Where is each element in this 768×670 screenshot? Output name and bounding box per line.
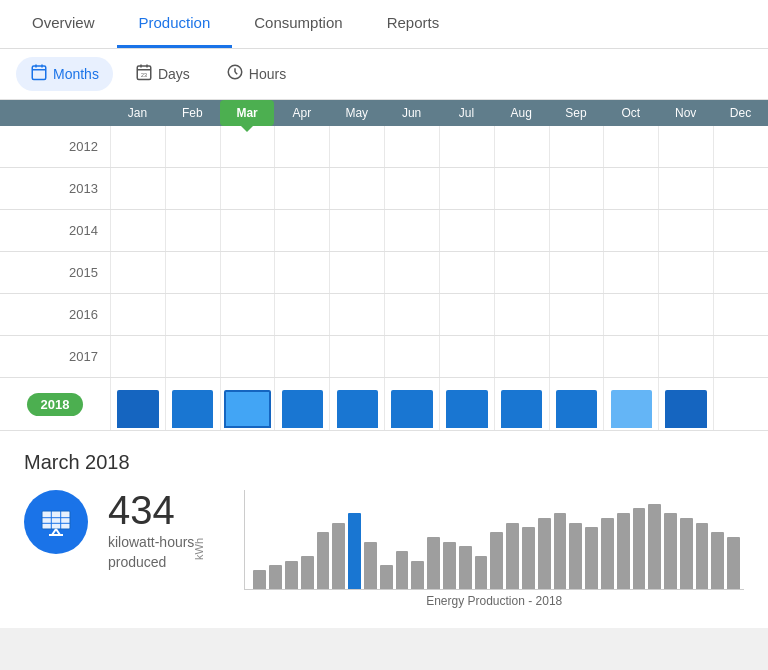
year-cell-2014-nov[interactable] (658, 210, 713, 251)
year-cell-2014-sep[interactable] (549, 210, 604, 251)
bar-cell-aug[interactable] (494, 378, 549, 430)
year-cell-2017-mar[interactable] (220, 336, 275, 377)
year-cell-2013-apr[interactable] (274, 168, 329, 209)
bar-cell-mar[interactable] (220, 378, 275, 430)
hours-button[interactable]: Hours (212, 57, 300, 91)
year-cell-2015-apr[interactable] (274, 252, 329, 293)
year-cell-2015-sep[interactable] (549, 252, 604, 293)
tab-consumption[interactable]: Consumption (232, 0, 364, 48)
year-cell-2014-jul[interactable] (439, 210, 494, 251)
year-cell-2016-oct[interactable] (603, 294, 658, 335)
year-cell-2017-jul[interactable] (439, 336, 494, 377)
year-cell-2016-aug[interactable] (494, 294, 549, 335)
year-cell-2012-feb[interactable] (165, 126, 220, 167)
year-cell-2017-may[interactable] (329, 336, 384, 377)
year-cell-2017-dec[interactable] (713, 336, 768, 377)
bar-cell-jan[interactable] (110, 378, 165, 430)
year-cell-2015-jun[interactable] (384, 252, 439, 293)
year-cell-2015-mar[interactable] (220, 252, 275, 293)
year-cell-2014-jun[interactable] (384, 210, 439, 251)
month-header-dec[interactable]: Dec (713, 100, 768, 126)
year-cell-2013-jul[interactable] (439, 168, 494, 209)
bar-cell-dec[interactable] (713, 378, 768, 430)
year-cell-2012-may[interactable] (329, 126, 384, 167)
year-cell-2014-jan[interactable] (110, 210, 165, 251)
year-cell-2014-dec[interactable] (713, 210, 768, 251)
bar-cell-jun[interactable] (384, 378, 439, 430)
year-cell-2017-jan[interactable] (110, 336, 165, 377)
tab-overview[interactable]: Overview (10, 0, 117, 48)
year-cell-2013-mar[interactable] (220, 168, 275, 209)
month-header-jun[interactable]: Jun (384, 100, 439, 126)
year-cell-2012-mar[interactable] (220, 126, 275, 167)
bar-cell-may[interactable] (329, 378, 384, 430)
year-cell-2016-jul[interactable] (439, 294, 494, 335)
year-cell-2014-aug[interactable] (494, 210, 549, 251)
days-button[interactable]: 23 Days (121, 57, 204, 91)
year-cell-2013-feb[interactable] (165, 168, 220, 209)
bar-cell-nov[interactable] (658, 378, 713, 430)
year-cell-2015-aug[interactable] (494, 252, 549, 293)
year-cell-2015-nov[interactable] (658, 252, 713, 293)
year-cell-2013-nov[interactable] (658, 168, 713, 209)
bar-cell-apr[interactable] (274, 378, 329, 430)
year-cell-2014-may[interactable] (329, 210, 384, 251)
tab-production[interactable]: Production (117, 0, 233, 48)
year-cell-2013-dec[interactable] (713, 168, 768, 209)
year-cell-2016-dec[interactable] (713, 294, 768, 335)
year-cell-2012-jun[interactable] (384, 126, 439, 167)
year-cell-2012-jan[interactable] (110, 126, 165, 167)
year-cell-2016-sep[interactable] (549, 294, 604, 335)
year-cell-2015-oct[interactable] (603, 252, 658, 293)
month-header-nov[interactable]: Nov (658, 100, 713, 126)
year-cell-2017-oct[interactable] (603, 336, 658, 377)
month-header-jul[interactable]: Jul (439, 100, 494, 126)
year-cell-2015-dec[interactable] (713, 252, 768, 293)
month-header-aug[interactable]: Aug (494, 100, 549, 126)
months-button[interactable]: Months (16, 57, 113, 91)
year-cell-2017-aug[interactable] (494, 336, 549, 377)
year-cell-2016-apr[interactable] (274, 294, 329, 335)
year-cell-2012-dec[interactable] (713, 126, 768, 167)
month-header-may[interactable]: May (329, 100, 384, 126)
year-cell-2017-nov[interactable] (658, 336, 713, 377)
bar-cell-feb[interactable] (165, 378, 220, 430)
month-header-jan[interactable]: Jan (110, 100, 165, 126)
year-cell-2013-may[interactable] (329, 168, 384, 209)
year-cell-2016-jun[interactable] (384, 294, 439, 335)
year-cell-2012-aug[interactable] (494, 126, 549, 167)
year-cell-2013-jun[interactable] (384, 168, 439, 209)
year-cell-2016-feb[interactable] (165, 294, 220, 335)
year-cell-2016-mar[interactable] (220, 294, 275, 335)
month-header-apr[interactable]: Apr (274, 100, 329, 126)
year-cell-2014-oct[interactable] (603, 210, 658, 251)
year-cell-2013-oct[interactable] (603, 168, 658, 209)
tab-reports[interactable]: Reports (365, 0, 462, 48)
month-header-mar[interactable]: Mar (220, 100, 275, 126)
bar-cell-sep[interactable] (549, 378, 604, 430)
year-cell-2017-apr[interactable] (274, 336, 329, 377)
year-cell-2016-nov[interactable] (658, 294, 713, 335)
year-cell-2014-feb[interactable] (165, 210, 220, 251)
month-header-sep[interactable]: Sep (549, 100, 604, 126)
bar-cell-jul[interactable] (439, 378, 494, 430)
year-cell-2012-sep[interactable] (549, 126, 604, 167)
year-cell-2015-jul[interactable] (439, 252, 494, 293)
year-cell-2013-aug[interactable] (494, 168, 549, 209)
year-cell-2014-apr[interactable] (274, 210, 329, 251)
year-cell-2017-feb[interactable] (165, 336, 220, 377)
year-cell-2015-feb[interactable] (165, 252, 220, 293)
year-cell-2012-jul[interactable] (439, 126, 494, 167)
year-cell-2016-may[interactable] (329, 294, 384, 335)
month-header-feb[interactable]: Feb (165, 100, 220, 126)
year-cell-2016-jan[interactable] (110, 294, 165, 335)
year-cell-2015-may[interactable] (329, 252, 384, 293)
bar-cell-oct[interactable] (603, 378, 658, 430)
year-cell-2014-mar[interactable] (220, 210, 275, 251)
year-cell-2012-nov[interactable] (658, 126, 713, 167)
year-cell-2013-sep[interactable] (549, 168, 604, 209)
year-cell-2012-apr[interactable] (274, 126, 329, 167)
year-cell-2015-jan[interactable] (110, 252, 165, 293)
year-cell-2013-jan[interactable] (110, 168, 165, 209)
year-cell-2012-oct[interactable] (603, 126, 658, 167)
